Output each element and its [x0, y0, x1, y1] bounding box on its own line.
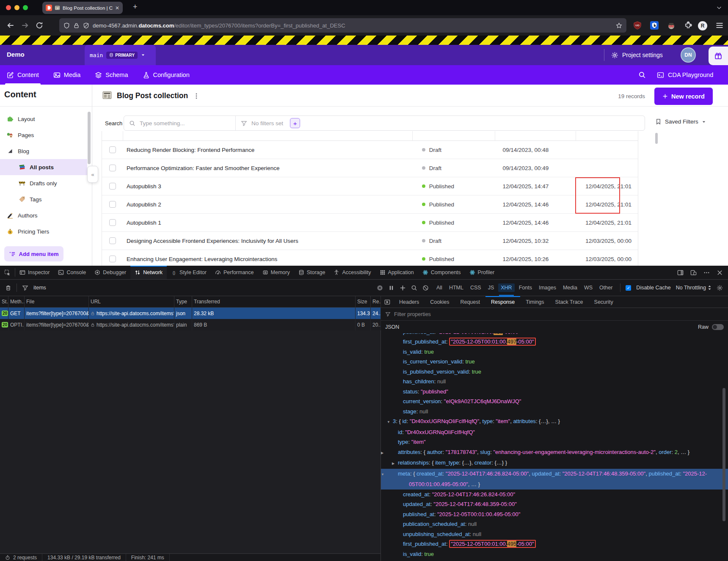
table-row[interactable]: Reducing Render Blocking: Frontend Perfo…	[102, 141, 638, 159]
table-row[interactable]: Enhancing User Engagement: Leveraging Mi…	[102, 250, 638, 266]
nav-item-media[interactable]: Media	[53, 65, 81, 85]
sidebar-scrollbar[interactable]	[88, 112, 91, 164]
row-checkbox[interactable]	[109, 237, 116, 244]
row-checkbox[interactable]	[109, 183, 116, 190]
search-icon[interactable]	[638, 71, 646, 79]
devtools-menu-icon[interactable]	[703, 270, 710, 276]
json-line[interactable]: created_at: "2025-12-04T17:46:26.824-05:…	[381, 490, 728, 500]
json-line[interactable]: publication_scheduled_at: null	[381, 519, 728, 529]
devtools-tab-application[interactable]: Application	[375, 266, 418, 279]
json-line[interactable]: first_published_at: "2025-12-05T00:01:00…	[381, 539, 728, 549]
json-line[interactable]: id: "Dr40xxUGRNqOIiFcIfHqfQ"	[381, 427, 728, 437]
json-line[interactable]: ▶attributes: { author: "178178743", slug…	[381, 447, 728, 458]
type-filter-other[interactable]: Other	[597, 283, 615, 292]
new-record-button[interactable]: New record	[654, 88, 713, 105]
column-header-url[interactable]: URL	[89, 296, 174, 307]
column-header-meth-[interactable]: Meth…	[8, 296, 25, 307]
disable-cache-checkbox[interactable]: ✓	[626, 285, 631, 291]
block-requests-icon[interactable]	[422, 285, 429, 291]
row-checkbox[interactable]	[109, 146, 116, 153]
type-filter-css[interactable]: CSS	[468, 283, 484, 292]
devtools-tab-debugger[interactable]: Debugger	[90, 266, 130, 279]
sidebar-item-pages[interactable]: Pages	[0, 127, 92, 143]
forward-icon[interactable]	[21, 22, 29, 29]
devtools-tab-memory[interactable]: Memory	[258, 266, 294, 279]
user-avatar[interactable]: DN	[681, 47, 696, 63]
stopwatch-icon[interactable]	[5, 555, 10, 560]
type-filter-fonts[interactable]: Fonts	[516, 283, 535, 292]
search-input[interactable]: Type something...	[124, 116, 236, 130]
json-line[interactable]: is_valid: true	[381, 347, 728, 357]
json-line[interactable]: type: "item"	[381, 437, 728, 447]
json-line[interactable]: has_children: null	[381, 377, 728, 387]
new-tab-button[interactable]: +	[133, 3, 138, 11]
detail-tab-response[interactable]: Response	[485, 296, 520, 308]
table-row[interactable]: Autopublish 3Published12/04/2025, 14:471…	[102, 177, 638, 195]
devtools-tab-components[interactable]: Components	[418, 266, 465, 279]
menu-hamburger-icon[interactable]	[715, 21, 724, 30]
json-line[interactable]: published_at: "2025-12-05T00:01:00.497-0…	[381, 333, 728, 337]
extensions-puzzle-icon[interactable]	[684, 21, 692, 30]
back-icon[interactable]	[7, 22, 14, 29]
type-filter-all[interactable]: All	[434, 283, 445, 292]
type-filter-ws[interactable]: WS	[582, 283, 595, 292]
json-scrollbar[interactable]	[722, 388, 725, 521]
close-window-button[interactable]	[6, 5, 11, 10]
privacy-extension-icon[interactable]	[667, 21, 676, 30]
cda-playground-button[interactable]: CDA Playground	[657, 65, 713, 85]
column-header-file[interactable]: File	[25, 296, 89, 307]
split-console-icon[interactable]	[677, 270, 684, 276]
json-line[interactable]: unpublishing_scheduled_at: null	[381, 529, 728, 539]
detail-tab-request[interactable]: Request	[455, 296, 485, 308]
lock-icon[interactable]	[73, 22, 80, 29]
sidebar-collapse-button[interactable]: «	[87, 166, 98, 183]
raw-toggle[interactable]	[712, 324, 724, 330]
sidebar-item-authors[interactable]: Authors	[0, 207, 92, 223]
firefox-account-avatar[interactable]: R	[698, 21, 707, 30]
close-devtools-icon[interactable]	[717, 270, 723, 276]
tree-expand-arrow-icon[interactable]: ▶	[392, 448, 398, 458]
json-line[interactable]: status: "published"	[381, 387, 728, 397]
tab-list-chevron-icon[interactable]	[716, 5, 722, 11]
devtools-tab-inspector[interactable]: Inspector	[15, 266, 54, 279]
type-filter-js[interactable]: JS	[485, 283, 497, 292]
json-line[interactable]: current_version: "eIQk9A02TJC6qMJ6DnaWJQ…	[381, 396, 728, 407]
devtools-tab-network[interactable]: Network	[130, 266, 167, 279]
detail-tab-security[interactable]: Security	[589, 296, 619, 308]
row-checkbox[interactable]	[109, 219, 116, 226]
chevron-down-icon[interactable]	[141, 53, 145, 57]
type-filter-media[interactable]: Media	[560, 283, 580, 292]
type-filter-html[interactable]: HTML	[447, 283, 466, 292]
sidebar-item-layout[interactable]: Layout	[0, 111, 92, 127]
detail-tab-cookies[interactable]: Cookies	[425, 296, 455, 308]
sidebar-item-blog[interactable]: Blog	[0, 143, 92, 159]
table-scrollbar[interactable]	[655, 133, 658, 144]
devtools-tab-storage[interactable]: Storage	[294, 266, 330, 279]
json-line[interactable]: updated_at: "2025-12-04T17:46:48.359-05:…	[381, 499, 728, 509]
responsive-design-icon[interactable]	[690, 270, 697, 276]
type-filter-xhr[interactable]: XHR	[498, 283, 514, 292]
table-row[interactable]: Autopublish 2Published12/04/2025, 14:461…	[102, 195, 638, 214]
network-settings-gear-icon[interactable]	[717, 285, 723, 291]
sidebar-item-tags[interactable]: Tags	[0, 191, 92, 207]
zoom-window-button[interactable]	[23, 5, 28, 10]
reload-icon[interactable]	[36, 22, 43, 29]
saved-filters-button[interactable]: Saved Filters	[655, 118, 706, 125]
json-line[interactable]: ▼meta: { created_at: "2025-12-04T17:46:2…	[381, 469, 728, 490]
clear-filter-icon[interactable]	[377, 285, 383, 291]
detail-tab-stack-trace[interactable]: Stack Trace	[550, 296, 589, 308]
table-row[interactable]: Autopublish 1Published12/04/2025, 14:461…	[102, 214, 638, 232]
devtools-tab-performance[interactable]: Performance	[211, 266, 258, 279]
request-row[interactable]: 20GETitems?filter[type]=2076700&page[lim…	[0, 308, 381, 319]
table-row[interactable]: Performance Optimization: Faster and Smo…	[102, 159, 638, 177]
json-line[interactable]: first_published_at: "2025-12-05T00:01:00…	[381, 337, 728, 347]
project-settings-button[interactable]: Project settings	[611, 45, 663, 65]
row-checkbox[interactable]	[109, 201, 116, 208]
json-line[interactable]: is_published_version_valid: true	[381, 367, 728, 377]
new-request-icon[interactable]	[400, 285, 406, 291]
devtools-tab-accessibility[interactable]: Accessibility	[329, 266, 375, 279]
expand-detail-button[interactable]	[381, 296, 394, 308]
search-icon[interactable]	[411, 285, 417, 291]
clear-requests-trash-icon[interactable]	[5, 285, 11, 291]
browser-tab[interactable]: Blog Post collection | Conten ✕	[42, 2, 123, 14]
